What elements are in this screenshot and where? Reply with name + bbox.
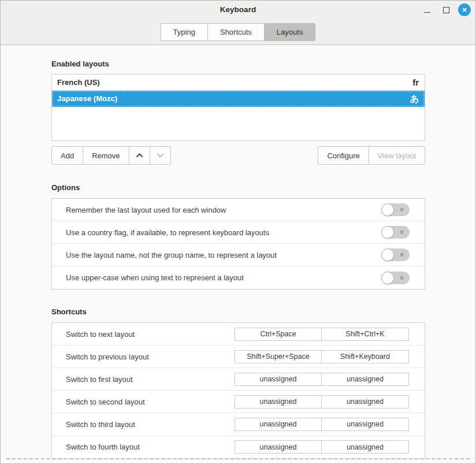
layout-name: French (US) (57, 78, 412, 87)
keybinding-button-primary[interactable]: Shift+Super+Space (235, 350, 322, 363)
tab[interactable]: Typing (161, 23, 208, 41)
close-icon: ✕ (462, 7, 467, 13)
chevron-down-icon (157, 153, 164, 158)
shortcut-label: Switch to first layout (66, 375, 235, 384)
maximize-icon (443, 7, 449, 13)
list-edit-button-group: Add Remove (51, 146, 171, 165)
shortcut-row: Switch to second layout unassigned unass… (52, 391, 425, 413)
shortcut-row: Switch to next layout Ctrl+Space Shift+C… (52, 323, 425, 346)
option-row: Remember the last layout used for each w… (52, 199, 425, 221)
shortcuts-section: Shortcuts Switch to next layout Ctrl+Spa… (51, 308, 425, 459)
shortcut-row: Switch to third layout unassigned unassi… (52, 413, 425, 436)
toggle-knob (381, 226, 394, 239)
minimize-icon (424, 12, 430, 13)
shortcut-label: Switch to next layout (66, 330, 235, 339)
configure-button[interactable]: Configure (318, 146, 369, 165)
toggle-off-x-icon: × (400, 206, 404, 213)
shortcuts-heading: Shortcuts (51, 308, 425, 316)
shortcut-row: Switch to first layout unassigned unassi… (52, 368, 425, 391)
keybinding-group: unassigned unassigned (235, 395, 409, 409)
toggle-switch[interactable]: × (381, 248, 410, 261)
remove-button[interactable]: Remove (83, 146, 129, 165)
keybinding-button-primary[interactable]: unassigned (235, 373, 322, 386)
layout-list-item[interactable]: Japanese (Mozc) あ (52, 91, 425, 107)
options-section: Options Remember the last layout used fo… (51, 184, 425, 289)
window-title: Keyboard (1, 5, 475, 14)
enabled-layouts-heading: Enabled layouts (51, 60, 425, 68)
options-heading: Options (51, 184, 425, 192)
keybinding-button-secondary[interactable]: unassigned (322, 418, 409, 431)
view-layout-button[interactable]: View layout (369, 146, 425, 165)
keybinding-button-primary[interactable]: unassigned (235, 418, 322, 431)
toggle-knob (381, 248, 394, 261)
shortcut-label: Switch to previous layout (66, 352, 235, 361)
layouts-page: Enabled layouts French (US) fr Japanese … (1, 45, 475, 459)
keybinding-button-secondary[interactable]: unassigned (322, 395, 409, 409)
keybinding-group: unassigned unassigned (235, 418, 409, 431)
shortcut-row: Switch to fourth layout unassigned unass… (52, 436, 425, 458)
option-row: Use the layout name, not the group name,… (52, 244, 425, 266)
shortcut-label: Switch to third layout (66, 420, 235, 429)
keybinding-group: unassigned unassigned (235, 373, 409, 386)
titlebar[interactable]: Keyboard ✕ (1, 1, 475, 19)
shortcut-row: Switch to previous layout Shift+Super+Sp… (52, 346, 425, 368)
keyboard-window: Keyboard ✕ Typing Shortcuts (0, 0, 476, 464)
option-row: Use a country flag, if available, to rep… (52, 221, 425, 244)
option-label: Remember the last layout used for each w… (66, 206, 381, 214)
keybinding-group: unassigned unassigned (235, 440, 409, 454)
keybinding-button-secondary[interactable]: Shift+Keyboard (322, 350, 409, 363)
layout-indicator-badge: あ (410, 94, 419, 103)
keybinding-button-secondary[interactable]: unassigned (322, 440, 409, 454)
layout-actions-button-group: Configure View layout (318, 146, 425, 165)
scroll-edge-dashed-line (6, 458, 470, 459)
toggle-off-x-icon: × (400, 229, 404, 236)
options-box: Remember the last layout used for each w… (51, 198, 425, 289)
option-label: Use the layout name, not the group name,… (66, 251, 381, 259)
toggle-switch[interactable]: × (381, 272, 410, 284)
keybinding-button-primary[interactable]: unassigned (235, 395, 322, 409)
move-up-button[interactable] (129, 146, 150, 165)
shortcuts-box: Switch to next layout Ctrl+Space Shift+C… (51, 322, 425, 459)
window-header: Keyboard ✕ Typing Shortcuts (1, 1, 475, 45)
toggle-switch[interactable]: × (381, 226, 410, 239)
toggle-off-x-icon: × (400, 251, 404, 258)
option-label: Use a country flag, if available, to rep… (66, 228, 381, 237)
tab-bar: Typing Shortcuts Layouts (1, 23, 475, 41)
shortcut-label: Switch to second layout (66, 398, 235, 406)
keybinding-button-secondary[interactable]: unassigned (322, 373, 409, 386)
keybinding-group: Ctrl+Space Shift+Ctrl+K (235, 328, 409, 341)
window-controls: ✕ (420, 1, 471, 19)
add-button[interactable]: Add (51, 146, 83, 165)
move-down-button[interactable] (150, 146, 171, 165)
tab[interactable]: Shortcuts (208, 23, 265, 41)
layouts-toolbar: Add Remove Configure View layout (51, 146, 425, 165)
keybinding-button-primary[interactable]: Ctrl+Space (235, 328, 322, 341)
maximize-button[interactable] (439, 3, 453, 17)
shortcut-label: Switch to fourth layout (66, 443, 235, 451)
tab-group: Typing Shortcuts Layouts (161, 23, 316, 41)
layout-name: Japanese (Mozc) (57, 94, 410, 103)
minimize-button[interactable] (420, 3, 434, 17)
layout-indicator-badge: fr (412, 78, 419, 87)
toggle-knob (381, 272, 394, 284)
keybinding-button-secondary[interactable]: Shift+Ctrl+K (322, 328, 409, 341)
toggle-knob (381, 203, 394, 216)
enabled-layouts-list: French (US) fr Japanese (Mozc) あ (51, 74, 425, 141)
toggle-switch[interactable]: × (381, 203, 410, 216)
option-label: Use upper-case when using text to repres… (66, 273, 381, 282)
toggle-off-x-icon: × (400, 274, 404, 281)
layout-list-item[interactable]: French (US) fr (52, 75, 425, 91)
tab[interactable]: Layouts (265, 23, 316, 41)
option-row: Use upper-case when using text to repres… (52, 266, 425, 289)
keybinding-group: Shift+Super+Space Shift+Keyboard (235, 350, 409, 363)
chevron-up-icon (136, 153, 143, 158)
keybinding-button-primary[interactable]: unassigned (235, 440, 322, 454)
close-button[interactable]: ✕ (458, 3, 471, 16)
